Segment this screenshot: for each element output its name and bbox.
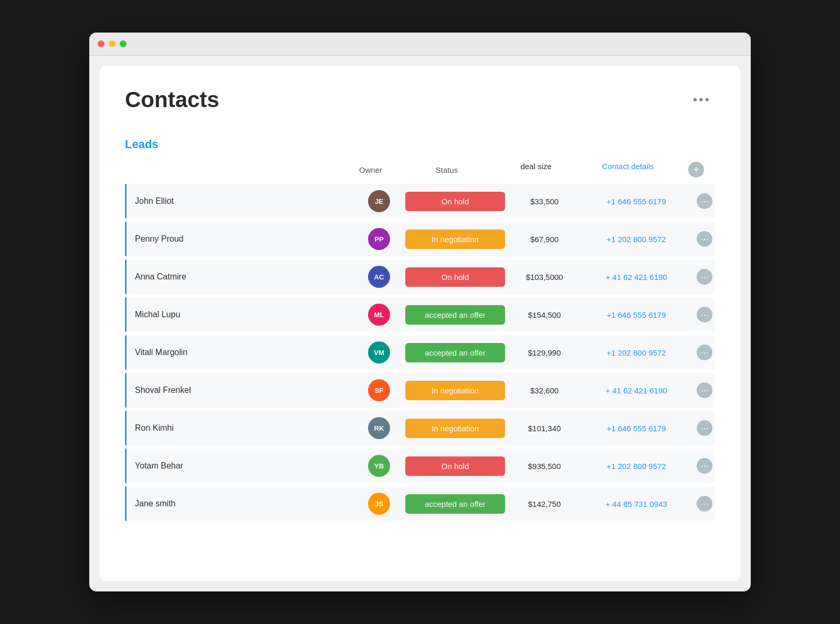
owner-avatar-cell: VM xyxy=(358,341,400,363)
row-actions: ··· xyxy=(694,345,715,360)
table-header: Owner Status deal size Contact details + xyxy=(125,158,715,182)
app-window: Contacts ••• Leads Owner Status deal siz… xyxy=(89,33,751,591)
table-row[interactable]: Vitali Margolin VM accepted an offer $12… xyxy=(125,335,715,370)
deal-size-cell: $142,750 xyxy=(510,500,579,508)
status-badge: In negotiation xyxy=(405,381,505,400)
deal-size-cell: $154,500 xyxy=(510,310,579,319)
row-action-button[interactable]: ··· xyxy=(697,345,712,360)
table-row[interactable]: John Elliot JE On hold $33,500 +1 646 55… xyxy=(125,184,715,219)
contact-details-cell: +1 646 555 6179 xyxy=(579,424,694,433)
status-badge: On hold xyxy=(405,456,505,476)
row-actions: ··· xyxy=(694,307,715,323)
row-actions: ··· xyxy=(694,382,715,398)
contact-name: Shoval Frenkel xyxy=(135,377,358,403)
table-row[interactable]: Shoval Frenkel SF In negotiation $32,600… xyxy=(125,373,715,408)
table-row[interactable]: Yotam Behar YB On hold $935,500 +1 202 8… xyxy=(125,449,715,483)
status-cell: On hold xyxy=(400,456,510,476)
deal-size-cell: $103,5000 xyxy=(510,273,579,282)
status-badge: accepted an offer xyxy=(405,494,505,514)
status-cell: accepted an offer xyxy=(400,494,510,514)
deal-size-cell: $101,340 xyxy=(510,424,579,433)
status-badge: In negotiation xyxy=(405,230,505,249)
close-button[interactable] xyxy=(98,40,104,47)
row-actions: ··· xyxy=(694,496,715,512)
contact-name: Anna Catmire xyxy=(135,264,358,290)
contact-details-cell: + 44 85 731 0943 xyxy=(579,500,694,508)
status-badge: On hold xyxy=(405,192,505,211)
row-action-button[interactable]: ··· xyxy=(697,193,712,209)
contact-details-cell: +1 202 800 9572 xyxy=(579,348,694,357)
add-column-button[interactable]: + xyxy=(688,162,704,178)
table-row[interactable]: Jane smith JS accepted an offer $142,750… xyxy=(125,486,715,521)
avatar: JS xyxy=(368,493,390,515)
row-actions: ··· xyxy=(694,420,715,436)
status-badge: accepted an offer xyxy=(405,343,505,362)
page-title: Contacts xyxy=(125,87,219,112)
contact-details-cell: +1 202 800 9572 xyxy=(579,462,694,471)
row-action-button[interactable]: ··· xyxy=(697,269,712,285)
avatar: YB xyxy=(368,455,390,477)
leads-table: Leads Owner Status deal size Contact det… xyxy=(125,138,715,521)
contact-name: Vitali Margolin xyxy=(135,339,358,366)
owner-avatar-cell: YB xyxy=(358,455,400,477)
table-row[interactable]: Anna Catmire AC On hold $103,5000 + 41 6… xyxy=(125,259,715,294)
titlebar xyxy=(89,33,751,56)
deal-size-cell: $67,900 xyxy=(510,235,579,244)
page-header: Contacts ••• xyxy=(125,87,715,112)
avatar: SF xyxy=(368,379,390,401)
avatar: PP xyxy=(368,228,390,250)
header-add: + xyxy=(686,162,707,178)
contact-details-cell: +1 646 555 6179 xyxy=(579,197,694,206)
owner-avatar-cell: JS xyxy=(358,493,400,515)
avatar: RK xyxy=(368,417,390,439)
row-actions: ··· xyxy=(694,458,715,474)
contact-name: Yotam Behar xyxy=(135,453,358,479)
owner-avatar-cell: RK xyxy=(358,417,400,439)
row-action-button[interactable]: ··· xyxy=(697,458,712,474)
contact-details-cell: +1 646 555 6179 xyxy=(579,310,694,319)
contact-name: Jane smith xyxy=(135,491,358,517)
contact-details-cell: + 41 62 421 6190 xyxy=(579,386,694,395)
table-row[interactable]: Penny Proud PP In negotiation $67,900 +1… xyxy=(125,222,715,256)
minimize-button[interactable] xyxy=(109,40,116,47)
maximize-button[interactable] xyxy=(120,40,127,47)
table-rows-container: John Elliot JE On hold $33,500 +1 646 55… xyxy=(125,184,715,521)
row-actions: ··· xyxy=(694,231,715,247)
more-options-button[interactable]: ••• xyxy=(689,90,715,109)
header-status: Status xyxy=(392,162,502,178)
contact-details-cell: + 41 62 421 6190 xyxy=(579,273,694,282)
contact-name: Ron Kimhi xyxy=(135,415,358,441)
status-cell: accepted an offer xyxy=(400,343,510,362)
contact-name: John Elliot xyxy=(135,188,358,214)
row-actions: ··· xyxy=(694,193,715,209)
deal-size-cell: $33,500 xyxy=(510,197,579,206)
owner-avatar-cell: ML xyxy=(358,304,400,326)
contact-details-cell: +1 202 800 9572 xyxy=(579,235,694,244)
owner-avatar-cell: SF xyxy=(358,379,400,401)
avatar: VM xyxy=(368,341,390,363)
row-action-button[interactable]: ··· xyxy=(697,420,712,436)
owner-avatar-cell: JE xyxy=(358,190,400,212)
status-cell: On hold xyxy=(400,267,510,287)
header-contact-details: Contact details xyxy=(570,162,686,178)
owner-avatar-cell: PP xyxy=(358,228,400,250)
header-deal-size: deal size xyxy=(502,162,570,178)
status-badge: accepted an offer xyxy=(405,305,505,325)
deal-size-cell: $32,600 xyxy=(510,386,579,395)
avatar: ML xyxy=(368,304,390,326)
header-name xyxy=(133,162,350,178)
row-action-button[interactable]: ··· xyxy=(697,382,712,398)
table-row[interactable]: Michal Lupu ML accepted an offer $154,50… xyxy=(125,297,715,332)
deal-size-cell: $129,990 xyxy=(510,348,579,357)
row-action-button[interactable]: ··· xyxy=(697,496,712,512)
status-cell: In negotiation xyxy=(400,419,510,438)
status-badge: On hold xyxy=(405,267,505,287)
owner-avatar-cell: AC xyxy=(358,266,400,288)
status-cell: In negotiation xyxy=(400,381,510,400)
row-action-button[interactable]: ··· xyxy=(697,231,712,247)
row-action-button[interactable]: ··· xyxy=(697,307,712,323)
table-row[interactable]: Ron Kimhi RK In negotiation $101,340 +1 … xyxy=(125,411,715,445)
status-cell: On hold xyxy=(400,192,510,211)
contact-name: Michal Lupu xyxy=(135,301,358,328)
deal-size-cell: $935,500 xyxy=(510,462,579,471)
